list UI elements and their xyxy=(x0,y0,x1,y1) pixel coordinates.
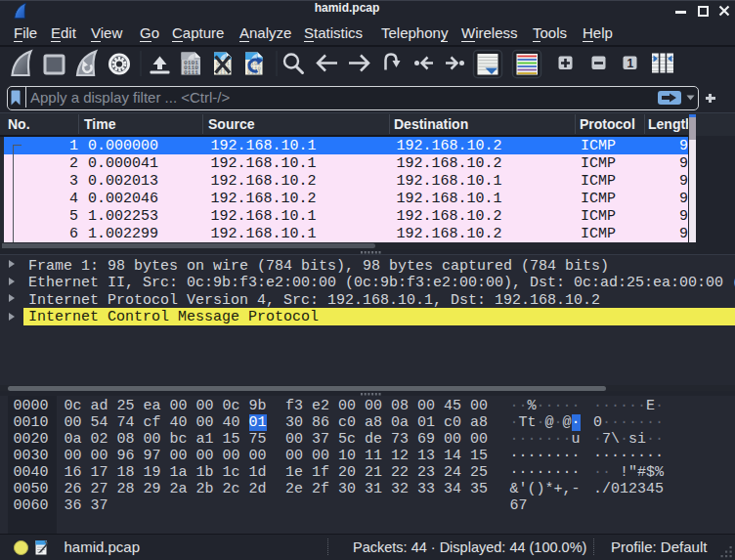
svg-text:0111: 0111 xyxy=(184,69,198,76)
svg-text:1: 1 xyxy=(627,57,634,70)
